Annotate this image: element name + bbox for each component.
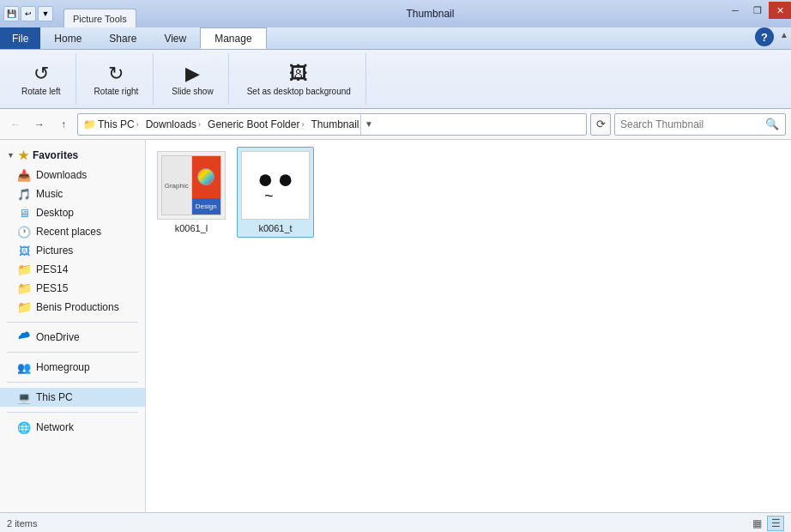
sidebar-divider-2: [7, 352, 138, 353]
file-area: Graphic Design k0061_l: [146, 140, 791, 512]
addr-downloads[interactable]: Downloads ›: [146, 118, 201, 130]
favorites-label: Favorites: [33, 149, 78, 161]
sidebar-downloads-label: Downloads: [36, 169, 87, 181]
ribbon-btn-rotate-left[interactable]: ↺ Rotate left: [14, 60, 69, 99]
file-item-k0061-t[interactable]: ~ k0061_t: [237, 147, 314, 238]
sidebar-recent-label: Recent places: [36, 226, 101, 238]
up-button[interactable]: ↑: [53, 114, 74, 135]
svg-text:~: ~: [264, 187, 273, 204]
large-icons-view-btn[interactable]: ▦: [748, 516, 765, 531]
tab-manage[interactable]: Manage: [200, 27, 266, 49]
face-svg: ~: [242, 151, 309, 220]
addr-generic-boot-label: Generic Boot Folder: [208, 118, 299, 130]
addr-this-pc[interactable]: 📁 This PC ›: [83, 118, 139, 130]
title-bar-left: 💾 ↩ ▼: [0, 0, 57, 27]
picture-tools-label: Picture Tools: [63, 9, 136, 27]
favorites-chevron: ▼: [7, 151, 15, 160]
file-thumbnail-k0061-l: Graphic Design: [157, 151, 226, 220]
sidebar-pes14-label: PES14: [36, 263, 68, 275]
addr-chevron-2[interactable]: ›: [198, 120, 201, 129]
sidebar-music-label: Music: [36, 188, 63, 200]
addr-thumbnail[interactable]: Thumbnail: [311, 118, 359, 130]
sidebar-item-onedrive[interactable]: OneDrive: [0, 328, 145, 347]
downloads-icon: 📥: [17, 168, 31, 182]
addr-chevron-1[interactable]: ›: [136, 120, 139, 129]
pes15-icon: 📁: [17, 281, 31, 295]
addr-thumbnail-label: Thumbnail: [311, 118, 359, 130]
file-thumbnail-k0061-t: ~: [241, 151, 310, 220]
tab-share[interactable]: Share: [95, 27, 150, 49]
ribbon: File Home Share View Manage ? ▲ ↺ Rotate…: [0, 27, 791, 109]
sidebar-item-thispc[interactable]: 💻 This PC: [0, 388, 145, 407]
sidebar-item-downloads[interactable]: 📥 Downloads: [0, 166, 145, 184]
ribbon-btn-rotate-right[interactable]: ↻ Rotate right: [87, 60, 147, 99]
quick-access-undo[interactable]: ↩: [21, 6, 36, 21]
status-view-controls: ▦ ☰: [748, 516, 784, 531]
thispc-icon: 💻: [17, 390, 31, 404]
main-area: ▼ ★ Favorites 📥 Downloads 🎵 Music 🖥 Desk…: [0, 140, 791, 512]
ribbon-group-rotate-right: ↻ Rotate right: [80, 53, 154, 105]
ribbon-group-rotate: ↺ Rotate left: [7, 53, 76, 105]
sidebar-divider-3: [7, 382, 138, 383]
rotate-left-label: Rotate left: [21, 87, 61, 96]
sidebar-item-pes15[interactable]: 📁 PES15: [0, 279, 145, 298]
pes14-icon: 📁: [17, 263, 31, 276]
addr-chevron-3[interactable]: ›: [301, 120, 304, 129]
sidebar: ▼ ★ Favorites 📥 Downloads 🎵 Music 🖥 Desk…: [0, 140, 146, 512]
restore-button[interactable]: ❐: [746, 2, 769, 19]
address-bar[interactable]: 📁 This PC › Downloads › Generic Boot Fol…: [77, 113, 587, 136]
sidebar-item-desktop[interactable]: 🖥 Desktop: [0, 203, 145, 222]
sidebar-item-recent[interactable]: 🕐 Recent places: [0, 222, 145, 241]
sidebar-benis-label: Benis Productions: [36, 301, 119, 313]
sidebar-item-network[interactable]: 🌐 Network: [0, 418, 145, 437]
quick-access-dropdown[interactable]: ▼: [38, 6, 53, 21]
search-box[interactable]: 🔍: [614, 113, 786, 136]
tab-view[interactable]: View: [150, 27, 200, 49]
quick-access-save[interactable]: 💾: [3, 6, 19, 21]
nav-bar: ← → ↑ 📁 This PC › Downloads › Generic Bo…: [0, 109, 791, 140]
tab-file[interactable]: File: [0, 27, 40, 49]
refresh-button[interactable]: ⟳: [590, 113, 611, 136]
file-label-k0061-t: k0061_t: [258, 223, 292, 233]
sidebar-item-pictures[interactable]: 🖼 Pictures: [0, 241, 145, 260]
file-item-k0061-l[interactable]: Graphic Design k0061_l: [153, 147, 230, 238]
addr-dropdown-btn[interactable]: ▼: [360, 114, 376, 135]
back-button[interactable]: ←: [5, 114, 26, 135]
sidebar-item-benis[interactable]: 📁 Benis Productions: [0, 298, 145, 317]
slideshow-icon: ▶: [185, 63, 200, 85]
addr-this-pc-label: This PC: [98, 118, 135, 130]
ribbon-group-set: 🖼 Set as desktop background: [232, 53, 366, 105]
sidebar-item-pes14[interactable]: 📁 PES14: [0, 260, 145, 279]
rotate-left-icon: ↺: [33, 63, 49, 85]
ribbon-group-slideshow: ▶ Slide show: [157, 53, 228, 105]
addr-part-label: 📁: [83, 118, 96, 130]
tab-home[interactable]: Home: [40, 27, 95, 49]
sidebar-desktop-label: Desktop: [36, 207, 74, 219]
ribbon-btn-set-bg[interactable]: 🖼 Set as desktop background: [239, 60, 359, 99]
window-controls: ─ ❐ ✕: [724, 2, 791, 19]
sidebar-network-label: Network: [36, 421, 74, 433]
search-input[interactable]: [620, 118, 764, 130]
sidebar-item-homegroup[interactable]: 👥 Homegroup: [0, 358, 145, 377]
sidebar-item-music[interactable]: 🎵 Music: [0, 184, 145, 203]
details-view-btn[interactable]: ☰: [767, 516, 784, 531]
search-icon[interactable]: 🔍: [764, 117, 780, 132]
forward-button[interactable]: →: [29, 114, 50, 135]
svg-rect-0: [242, 152, 309, 219]
ribbon-collapse[interactable]: ▲: [777, 27, 791, 41]
favorites-star-icon: ★: [18, 148, 29, 162]
close-button[interactable]: ✕: [769, 2, 791, 19]
recent-icon: 🕐: [17, 225, 31, 239]
rotate-right-icon: ↻: [108, 63, 124, 85]
window-title: Thumbnail: [136, 0, 724, 27]
addr-generic-boot[interactable]: Generic Boot Folder ›: [208, 118, 304, 130]
minimize-button[interactable]: ─: [724, 2, 746, 19]
slideshow-label: Slide show: [172, 87, 213, 96]
svg-point-2: [280, 174, 292, 186]
ribbon-btn-slideshow[interactable]: ▶ Slide show: [164, 60, 220, 99]
sidebar-pes15-label: PES15: [36, 282, 68, 294]
file-label-k0061-l: k0061_l: [175, 223, 208, 233]
ribbon-tabs: File Home Share View Manage ? ▲: [0, 27, 791, 50]
help-button[interactable]: ?: [755, 27, 774, 46]
sidebar-favorites-header[interactable]: ▼ ★ Favorites: [0, 145, 145, 166]
